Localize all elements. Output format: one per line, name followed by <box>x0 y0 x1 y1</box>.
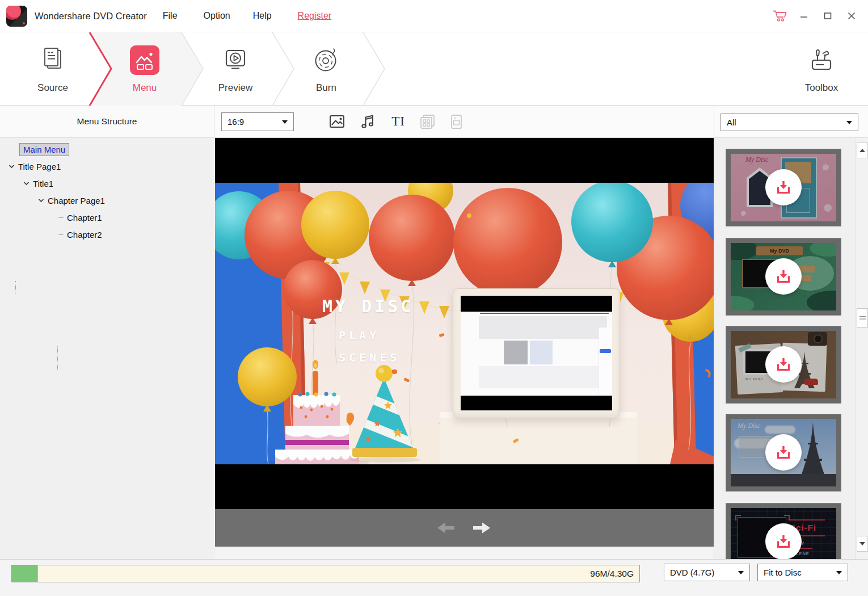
aspect-ratio-value: 16:9 <box>227 117 244 127</box>
tree-item-title1-label: Title1 <box>33 179 53 188</box>
play-button-text[interactable]: PLAY <box>339 329 380 342</box>
text-tool-button[interactable]: TI <box>388 111 408 132</box>
menu-edit-toolbar: 16:9 <box>215 106 714 138</box>
tree-item-chapter-page1[interactable]: Chapter Page1 <box>0 192 214 209</box>
frame-style-button-disabled <box>417 111 437 132</box>
fit-mode-value: Fit to Disc <box>764 568 802 577</box>
template-wedding-pink[interactable]: My Disc <box>726 149 841 226</box>
close-button[interactable] <box>844 9 859 23</box>
tree-item-title-page1[interactable]: Title Page1 <box>0 158 214 175</box>
app-logo-icon <box>6 6 27 27</box>
download-template-button[interactable] <box>765 169 802 205</box>
tree-item-chapter2-label: Chapter2 <box>67 230 102 240</box>
tree-item-title1[interactable]: Title1 <box>0 175 214 192</box>
tree-item-chapter1[interactable]: Chapter1 <box>0 209 214 226</box>
download-template-button[interactable] <box>765 434 802 471</box>
thumbnail-page-icon <box>448 113 465 130</box>
scenes-button-text[interactable]: SCENES <box>339 351 400 364</box>
image-icon <box>328 113 345 130</box>
fit-mode-select[interactable]: Fit to Disc <box>757 564 848 581</box>
disc-space-label: 96M/4.30G <box>590 565 634 582</box>
toolbox-icon <box>808 44 835 76</box>
tree-item-main-menu-label: Main Menu <box>19 143 69 156</box>
video-frame-content <box>479 366 607 388</box>
menu-structure-panel: Menu Structure Main Menu Title Page1 Tit… <box>0 106 214 559</box>
letterbox-bottom <box>215 464 714 509</box>
register-link[interactable]: Register <box>298 11 332 21</box>
frame-icon <box>419 113 436 130</box>
triangle-up-icon <box>859 149 865 152</box>
step-menu[interactable]: Menu <box>113 32 176 106</box>
download-icon <box>776 179 791 195</box>
step-burn-label: Burn <box>316 82 336 94</box>
step-preview[interactable]: Preview <box>204 32 267 106</box>
thumbnail-style-button-disabled <box>446 111 466 132</box>
aspect-ratio-select[interactable]: 16:9 <box>221 112 294 131</box>
menu-option[interactable]: Option <box>201 7 233 24</box>
background-music-button[interactable] <box>358 111 378 132</box>
step-source[interactable]: Source <box>22 32 84 106</box>
scrollbar-thumb[interactable] <box>857 308 868 328</box>
menu-icon <box>130 44 159 76</box>
dvd-menu-scene: MY DISC PLAY SCENES <box>215 183 714 464</box>
template-scifi[interactable]: Sci-Fi PLAY SCENE <box>726 503 841 559</box>
menu-help[interactable]: Help <box>251 7 274 24</box>
chevron-down-icon[interactable] <box>22 181 31 186</box>
disc-type-select[interactable]: DVD (4.7G) <box>664 564 750 581</box>
menu-file[interactable]: File <box>161 7 180 24</box>
main-content: Menu Structure Main Menu Title Page1 Tit… <box>0 106 868 559</box>
tree-connector-line <box>57 346 58 371</box>
chevron-down-icon[interactable] <box>7 164 16 169</box>
tree-item-chapter1-label: Chapter1 <box>67 213 102 223</box>
step-preview-label: Preview <box>218 82 252 94</box>
download-template-button[interactable] <box>765 346 802 383</box>
app-window: Wondershare DVD Creator File Option Help… <box>0 0 868 596</box>
download-icon <box>776 356 791 372</box>
video-thumbnail-tv[interactable] <box>453 288 620 418</box>
next-page-arrow[interactable] <box>471 521 492 538</box>
template-paris[interactable]: My Disc <box>726 414 841 491</box>
video-frame-content <box>504 341 528 364</box>
scroll-down-button[interactable] <box>857 536 868 552</box>
download-icon <box>776 268 791 284</box>
download-template-button[interactable] <box>765 258 802 295</box>
template-panel: All My Disc <box>714 106 868 559</box>
chevron-down-icon[interactable] <box>36 198 45 203</box>
template-filter-select[interactable]: All <box>720 114 858 131</box>
disc-type-value: DVD (4.7G) <box>670 568 714 577</box>
video-letterbox-top <box>461 296 612 312</box>
status-bar: 96M/4.30G DVD (4.7G) Fit to Disc <box>0 559 868 596</box>
letterbox-top <box>215 138 714 183</box>
template-list: My Disc My DVD <box>714 138 856 559</box>
video-frame-content <box>530 341 553 364</box>
minimize-button[interactable] <box>797 9 811 23</box>
scroll-up-button[interactable] <box>857 142 868 158</box>
step-burn[interactable]: Burn <box>295 32 357 106</box>
step-source-label: Source <box>37 82 68 94</box>
maximize-button[interactable] <box>820 9 835 23</box>
disc-title-text[interactable]: MY DISC <box>322 296 414 316</box>
page-nav-bar <box>215 509 714 547</box>
video-letterbox-bottom <box>461 396 612 410</box>
cart-icon[interactable] <box>773 9 787 23</box>
triangle-down-icon <box>859 542 865 545</box>
prev-page-arrow <box>436 521 456 538</box>
editor-column: 16:9 <box>215 106 714 559</box>
source-icon <box>41 44 64 76</box>
tree-item-chapter2[interactable]: Chapter2 <box>0 226 214 243</box>
titlebar: Wondershare DVD Creator File Option Help… <box>0 0 868 32</box>
video-frame-content <box>480 313 609 314</box>
template-travel-scrapbook[interactable]: MY DISC <box>726 326 841 403</box>
toolbox-button[interactable]: Toolbox <box>790 32 853 106</box>
tree-connector-line <box>15 281 16 293</box>
template-scrollbar[interactable] <box>856 138 868 559</box>
tree-item-main-menu[interactable]: Main Menu <box>0 141 214 158</box>
download-template-button[interactable] <box>765 523 802 559</box>
music-note-icon <box>360 113 377 130</box>
template-jungle[interactable]: My DVD <box>726 238 841 315</box>
template-filter-bar: All <box>714 106 868 138</box>
tree-connector <box>57 234 64 235</box>
menu-tree: Main Menu Title Page1 Title1 Chapter Pag… <box>0 138 214 243</box>
background-image-button[interactable] <box>327 111 347 132</box>
preview-icon <box>222 44 248 76</box>
